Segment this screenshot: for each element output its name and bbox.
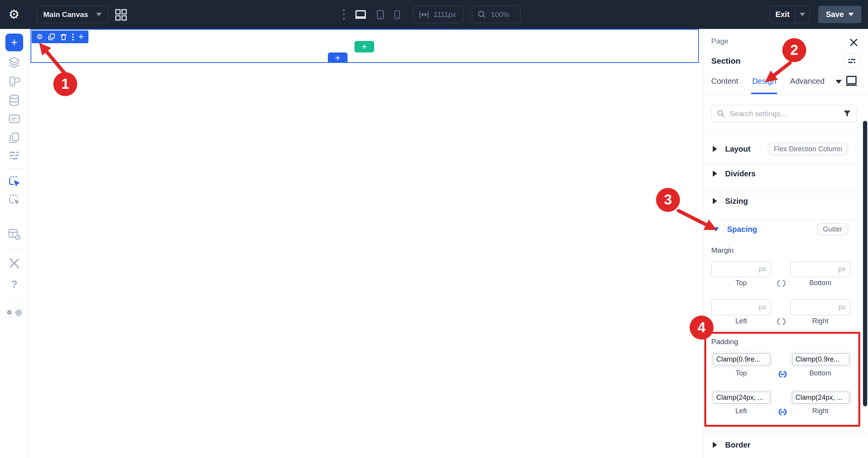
tab-design[interactable]: Design [752, 77, 776, 86]
device-mobile-icon[interactable] [394, 10, 400, 19]
form-field-icon[interactable] [8, 112, 21, 125]
element-title: Section [711, 56, 741, 66]
element-settings-icon[interactable]: ⚙ [36, 33, 43, 41]
viewport-width-value: 1111px [434, 10, 456, 19]
tab-advanced[interactable]: Advanced [790, 77, 824, 86]
breadcrumb[interactable]: Page [711, 37, 728, 46]
annotation-highlight-rect [704, 332, 860, 427]
tools-icon[interactable] [8, 257, 20, 269]
toggle-knob [15, 309, 22, 316]
select-element-icon[interactable] [8, 175, 21, 188]
left-sidebar: + [0, 29, 29, 458]
editor-canvas[interactable]: ⚙ + + + [29, 29, 704, 458]
accordion-dividers[interactable]: Dividers [704, 165, 868, 182]
select-container-icon[interactable] [8, 193, 21, 206]
viewport-width-input[interactable]: 1111px [413, 6, 463, 23]
grid-view-icon[interactable] [115, 9, 127, 21]
accordion-spacing[interactable]: Spacing Gutter [704, 221, 868, 238]
panel-tabs: Content Design Advanced [711, 77, 824, 86]
add-section-button[interactable]: + [354, 41, 374, 52]
unlink-icon[interactable] [775, 318, 787, 326]
help-icon[interactable]: ? [11, 279, 18, 291]
divider [6, 169, 23, 169]
save-button[interactable]: Save [818, 6, 861, 23]
device-switcher [343, 0, 400, 29]
element-more-icon[interactable] [72, 34, 74, 41]
margin-right-input[interactable] [790, 299, 851, 315]
annotation-step-4: 4 [690, 316, 714, 340]
divider [704, 433, 868, 433]
design-library-icon[interactable] [8, 75, 21, 88]
canvas-selector-label: Main Canvas [43, 10, 88, 19]
panel-scrollbar[interactable] [863, 121, 867, 406]
margin-bottom-input[interactable] [790, 261, 851, 277]
chevron-down-icon [800, 13, 805, 16]
accordion-border[interactable]: Border [704, 436, 868, 453]
chevron-down-icon [848, 13, 854, 16]
exit-button[interactable]: Exit [770, 10, 795, 19]
settings-gear-icon[interactable]: ⚙ [8, 7, 20, 22]
top-toolbar: ⚙ Main Canvas [0, 0, 868, 29]
caret-right-icon [713, 442, 717, 448]
width-arrows-icon [419, 11, 429, 19]
divider [704, 192, 868, 192]
active-tab-underline [751, 93, 777, 94]
unlink-icon[interactable] [775, 279, 787, 287]
margin-top-label: Top [711, 279, 771, 287]
more-options-icon[interactable] [343, 9, 345, 20]
wireframe-rows-icon[interactable] [8, 150, 21, 161]
builder-app: ⚙ Main Canvas [0, 0, 868, 458]
device-tablet-icon[interactable] [376, 10, 384, 20]
divider [6, 298, 23, 298]
divider [704, 133, 868, 134]
gutter-badge[interactable]: Gutter [816, 224, 849, 235]
canvas-selector-dropdown[interactable]: Main Canvas [37, 6, 108, 23]
accordion-layout[interactable]: Layout Flex Direction Column [704, 140, 868, 157]
zoom-control[interactable]: 100% [472, 6, 520, 23]
add-inside-section-button[interactable]: + [328, 52, 348, 63]
divider [704, 219, 868, 220]
accordion-label: Sizing [725, 197, 748, 206]
breakpoint-desktop-icon[interactable] [845, 75, 858, 87]
search-input[interactable] [729, 109, 839, 118]
accordion-label: Dividers [725, 169, 756, 178]
delete-icon[interactable] [60, 33, 67, 41]
add-element-button[interactable]: + [5, 34, 23, 51]
mode-toggle[interactable]: ⚙ [6, 308, 23, 317]
layers-icon[interactable] [8, 56, 21, 69]
caret-right-icon [713, 146, 717, 152]
annotation-step-1: 1 [53, 72, 77, 96]
filter-icon[interactable] [843, 110, 851, 118]
zoom-level-value: 100% [491, 10, 510, 19]
accordion-sizing[interactable]: Sizing [704, 193, 868, 210]
caret-right-icon [713, 198, 717, 204]
caret-right-icon [713, 171, 717, 177]
close-icon[interactable] [849, 37, 859, 47]
exit-options-button[interactable] [795, 13, 809, 16]
margin-right-label: Right [790, 317, 850, 325]
margin-bottom-label: Bottom [790, 279, 850, 287]
accordion-label: Layout [725, 145, 751, 154]
element-structure-button[interactable] [844, 53, 860, 69]
search-icon [717, 110, 725, 118]
device-desktop-icon[interactable] [355, 10, 366, 20]
duplicate-icon[interactable] [48, 33, 55, 41]
page-settings-icon[interactable] [7, 228, 21, 241]
chevron-down-icon [96, 13, 102, 16]
database-icon[interactable] [8, 94, 21, 107]
copy-pages-icon[interactable] [8, 131, 21, 144]
margin-top-input[interactable] [711, 261, 771, 277]
element-add-icon[interactable]: + [78, 32, 84, 41]
exit-button-group: Exit [770, 6, 810, 23]
layout-badge[interactable]: Flex Direction Column [767, 144, 849, 155]
accordion-label: Border [725, 441, 751, 450]
search-settings-box [711, 105, 857, 122]
divider [704, 95, 868, 95]
margin-left-input[interactable] [711, 299, 771, 315]
tab-content[interactable]: Content [711, 77, 738, 86]
chevron-down-icon[interactable] [836, 80, 842, 84]
toggle-gear-icon: ⚙ [7, 310, 12, 316]
annotation-step-3: 3 [656, 188, 680, 212]
element-toolbar: ⚙ + [32, 30, 88, 43]
accordion-label: Spacing [727, 225, 757, 234]
